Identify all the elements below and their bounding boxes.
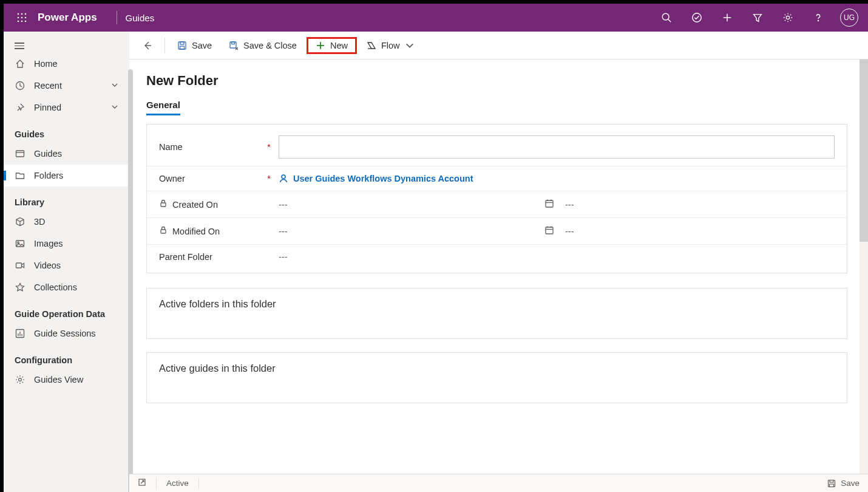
panel-active-guides: Active guides in this folder xyxy=(146,352,847,403)
created-date-value: --- xyxy=(279,200,534,210)
chart-icon xyxy=(15,328,25,339)
help-icon[interactable] xyxy=(805,4,832,32)
new-label: New xyxy=(330,41,348,50)
calendar-icon[interactable] xyxy=(544,199,554,210)
flow-label: Flow xyxy=(381,41,400,50)
sidebar-item-home[interactable]: Home xyxy=(4,53,129,75)
status-separator xyxy=(198,478,199,489)
sidebar-item-guides-view[interactable]: Guides View xyxy=(4,369,129,391)
modified-time-value: --- xyxy=(565,227,574,236)
avatar[interactable]: UG xyxy=(840,9,858,27)
modified-label: Modified On xyxy=(172,227,220,236)
back-button[interactable] xyxy=(135,37,160,54)
task-icon[interactable] xyxy=(683,4,710,32)
save-button[interactable]: Save xyxy=(170,37,219,54)
created-time-value: --- xyxy=(565,200,574,210)
app-name[interactable]: Power Apps xyxy=(38,12,97,24)
sidebar: Home Recent Pinned Guides Guides Folders… xyxy=(4,32,129,492)
status-separator xyxy=(156,478,157,489)
save-close-button[interactable]: Save & Close xyxy=(222,37,304,54)
svg-point-3 xyxy=(18,17,19,19)
sidebar-item-label: Guides xyxy=(34,149,62,159)
svg-rect-29 xyxy=(180,46,185,49)
name-label: Name xyxy=(159,142,183,152)
lock-icon xyxy=(159,199,168,210)
sidebar-item-3d[interactable]: 3D xyxy=(4,211,129,233)
folder-icon xyxy=(15,170,25,181)
sidebar-heading-config: Configuration xyxy=(4,344,129,369)
modified-date-value: --- xyxy=(279,227,534,236)
person-icon xyxy=(279,174,288,183)
svg-rect-48 xyxy=(830,484,834,487)
content-scrollbar-thumb[interactable] xyxy=(860,60,868,242)
created-label: Created On xyxy=(172,200,218,210)
field-parent-folder: Parent Folder --- xyxy=(147,245,847,269)
sidebar-item-videos[interactable]: Videos xyxy=(4,255,129,276)
chevron-down-icon xyxy=(405,41,415,50)
svg-rect-41 xyxy=(546,227,553,234)
sidebar-item-recent[interactable]: Recent xyxy=(4,75,129,97)
svg-point-8 xyxy=(25,21,27,22)
save-icon xyxy=(827,479,836,488)
app-launcher-icon[interactable] xyxy=(11,13,33,22)
sidebar-item-label: Collections xyxy=(34,282,77,292)
save-label: Save xyxy=(192,41,212,50)
sidebar-item-pinned[interactable]: Pinned xyxy=(4,97,129,118)
field-name: Name * xyxy=(147,128,847,166)
star-icon xyxy=(15,282,25,293)
svg-rect-36 xyxy=(546,200,553,207)
content-scrollbar-track[interactable] xyxy=(860,60,868,474)
plus-icon[interactable] xyxy=(714,4,741,32)
svg-rect-28 xyxy=(180,42,184,44)
status-bar: Active Save xyxy=(129,474,868,492)
sidebar-item-guides[interactable]: Guides xyxy=(4,143,129,165)
svg-point-4 xyxy=(21,17,23,19)
gear-icon[interactable] xyxy=(775,4,801,32)
owner-lookup[interactable]: User Guides Workflows Dynamics Account xyxy=(279,174,473,183)
svg-rect-17 xyxy=(16,151,24,157)
footer-save-label: Save xyxy=(841,479,860,488)
lock-icon xyxy=(159,226,168,236)
svg-point-14 xyxy=(786,16,789,19)
svg-point-0 xyxy=(18,13,19,15)
header-divider xyxy=(117,11,117,24)
breadcrumb[interactable]: Guides xyxy=(126,13,155,23)
gear-icon xyxy=(15,374,25,385)
sidebar-item-label: Folders xyxy=(34,171,63,180)
sidebar-item-collections[interactable]: Collections xyxy=(4,276,129,298)
sidebar-item-folders[interactable]: Folders xyxy=(4,165,129,186)
svg-point-15 xyxy=(818,20,818,21)
tab-general[interactable]: General xyxy=(146,100,180,115)
sidebar-item-label: Recent xyxy=(34,81,62,91)
home-icon xyxy=(15,58,25,69)
clock-icon xyxy=(15,80,25,91)
calendar-icon[interactable] xyxy=(544,225,554,237)
section-title-active-guides: Active guides in this folder xyxy=(147,353,847,384)
sidebar-item-images[interactable]: Images xyxy=(4,233,129,255)
search-icon[interactable] xyxy=(653,4,680,32)
field-owner: Owner * User Guides Workflows Dynamics A… xyxy=(147,166,847,191)
field-created-on: Created On --- --- xyxy=(147,191,847,218)
new-button[interactable]: New xyxy=(307,37,357,54)
svg-rect-21 xyxy=(16,263,22,268)
svg-point-7 xyxy=(21,21,23,22)
popout-icon[interactable] xyxy=(138,478,146,488)
name-input[interactable] xyxy=(279,135,835,159)
sidebar-toggle[interactable] xyxy=(4,39,129,53)
footer-save-button[interactable]: Save xyxy=(827,479,860,488)
parent-value: --- xyxy=(279,252,288,262)
svg-rect-30 xyxy=(230,42,236,48)
svg-point-6 xyxy=(18,21,19,22)
svg-point-5 xyxy=(25,17,27,19)
required-indicator: * xyxy=(265,174,273,183)
form-panel: Name * Owner * User Guides Workflows Dyn… xyxy=(146,124,847,273)
command-separator xyxy=(164,38,165,53)
sidebar-item-guide-sessions[interactable]: Guide Sessions xyxy=(4,323,129,344)
svg-point-2 xyxy=(25,13,27,15)
cube-icon xyxy=(15,216,25,227)
svg-rect-35 xyxy=(161,203,166,207)
panel-active-folders: Active folders in this folder xyxy=(146,288,847,339)
filter-icon[interactable] xyxy=(744,4,771,32)
chevron-down-icon xyxy=(111,81,118,91)
flow-button[interactable]: Flow xyxy=(359,37,422,54)
